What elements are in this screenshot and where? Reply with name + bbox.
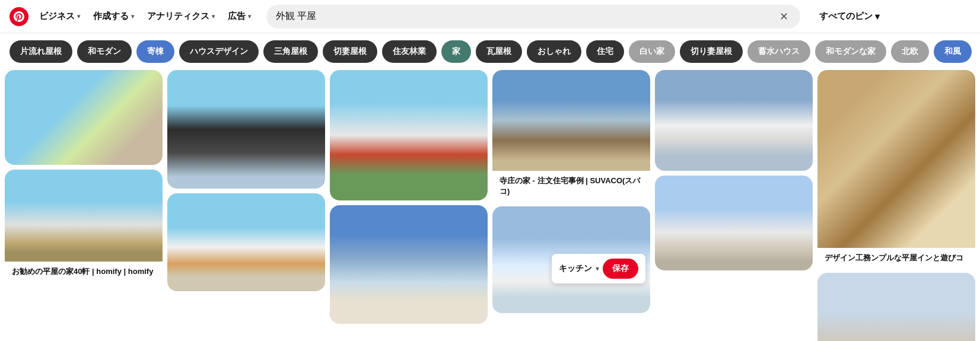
filter-chip-jutaku[interactable]: 住宅 xyxy=(586,40,624,63)
filter-chip-shiroi[interactable]: 白い家 xyxy=(629,40,675,63)
nav-create[interactable]: 作成する ▾ xyxy=(87,7,140,26)
nav-business[interactable]: ビジネス ▾ xyxy=(33,7,86,26)
filter-chip-yoridori[interactable]: 寄棟 xyxy=(136,40,174,63)
filter-bar: 片流れ屋根 和モダン 寄棟 ハウスデザイン 三角屋根 切妻屋根 住友林業 家 瓦… xyxy=(0,33,980,70)
masonry-col-6: デザイン工務ンプルな平屋インと遊びコ xyxy=(817,70,975,341)
filter-chip-kiridzuma[interactable]: 切妻屋根 xyxy=(323,40,377,63)
masonry-col-5 xyxy=(655,70,813,341)
search-bar: ✕ xyxy=(266,5,800,28)
list-item[interactable]: お勧めの平屋の家40軒 | homify | homify xyxy=(5,170,163,282)
masonry-col-4: 寺庄の家 - 注文住宅事例 | SUVACO(スバコ) キッチン ▾ 保存 xyxy=(492,70,650,341)
list-item[interactable] xyxy=(817,273,975,341)
filter-chip-sumitomo[interactable]: 住友林業 xyxy=(382,40,437,63)
filter-chip-wamodan-ie[interactable]: 和モダンな家 xyxy=(815,40,886,63)
list-item[interactable] xyxy=(167,193,325,291)
chevron-down-icon: ▾ xyxy=(248,13,251,20)
pin-grid: お勧めの平屋の家40軒 | homify | homify xyxy=(0,70,980,341)
save-button[interactable]: 保存 xyxy=(603,259,638,279)
list-item[interactable] xyxy=(655,70,813,171)
filter-chip-wamodan[interactable]: 和モダン xyxy=(77,40,132,63)
save-widget-card: キッチン ▾ 保存 xyxy=(492,206,650,313)
filter-chip-katanagane[interactable]: 片流れ屋根 xyxy=(9,40,72,63)
filter-chip-sankaku[interactable]: 三角屋根 xyxy=(263,40,318,63)
chevron-down-icon: ▾ xyxy=(212,13,215,20)
list-item[interactable] xyxy=(655,176,813,270)
list-item[interactable] xyxy=(330,70,488,200)
filter-chip-hokkaido[interactable]: 北欧 xyxy=(891,40,929,63)
list-item[interactable] xyxy=(330,205,488,324)
list-item[interactable] xyxy=(167,70,325,189)
clear-search-icon[interactable]: ✕ xyxy=(777,8,791,26)
chevron-down-icon: ▾ xyxy=(875,11,880,22)
pinterest-logo[interactable] xyxy=(9,7,28,26)
masonry-col-3 xyxy=(330,70,488,341)
filter-chip-chikusui[interactable]: 蓄水ハウス xyxy=(747,40,810,63)
list-item[interactable]: 寺庄の家 - 注文住宅事例 | SUVACO(スバコ) xyxy=(492,70,650,202)
filter-chip-kiridzuma2[interactable]: 切り妻屋根 xyxy=(680,40,743,63)
search-input[interactable] xyxy=(276,11,777,22)
all-pins-button[interactable]: すべてのピン ▾ xyxy=(810,6,889,27)
filter-chip-oshare[interactable]: おしゃれ xyxy=(527,40,581,63)
masonry-col-2 xyxy=(167,70,325,341)
filter-chip-wafu[interactable]: 和風 xyxy=(934,40,972,63)
filter-chip-ie[interactable]: 家 xyxy=(441,40,471,63)
list-item[interactable]: デザイン工務ンプルな平屋インと遊びコ xyxy=(817,70,975,268)
chevron-down-icon: ▾ xyxy=(77,13,80,20)
nav-analytics[interactable]: アナリティクス ▾ xyxy=(141,7,221,26)
masonry-col-1: お勧めの平屋の家40軒 | homify | homify xyxy=(5,70,163,341)
chevron-down-icon: ▾ xyxy=(596,264,599,273)
list-item[interactable] xyxy=(5,70,163,165)
main-nav: ビジネス ▾ 作成する ▾ アナリティクス ▾ 広告 ▾ xyxy=(33,7,257,26)
nav-ads[interactable]: 広告 ▾ xyxy=(222,7,257,26)
header: ビジネス ▾ 作成する ▾ アナリティクス ▾ 広告 ▾ ✕ すべてのピン ▾ xyxy=(0,0,980,33)
filter-chip-house-design[interactable]: ハウスデザイン xyxy=(179,40,259,63)
chevron-down-icon: ▾ xyxy=(131,13,134,20)
save-dropdown: キッチン ▾ 保存 xyxy=(552,254,645,283)
filter-chip-kawara[interactable]: 瓦屋根 xyxy=(476,40,522,63)
